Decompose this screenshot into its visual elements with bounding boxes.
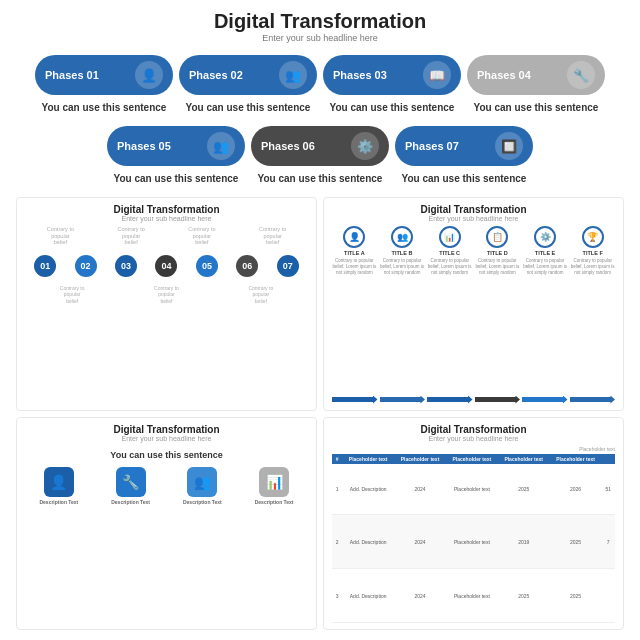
q3-card-label-4: Description Text (255, 499, 294, 505)
q1-title: Digital Transformation (25, 204, 308, 215)
q1-num-4: 04 (155, 255, 177, 277)
phase-icon-7: 🔲 (495, 132, 523, 160)
q2-item-f: 🏆 TITLE F Contrary to popular belief, Lo… (570, 226, 615, 276)
q2-item-e: ⚙️ TITLE E Contrary to popular belief, L… (523, 226, 568, 276)
table-row: 3 Add. Description 2024 Placeholder text… (332, 569, 615, 623)
q1-num-6: 06 (236, 255, 258, 277)
q4-td-1-4: 2019 (498, 515, 550, 569)
q2-title-a: TITLE A (344, 250, 365, 256)
phase-icon-2: 👥 (279, 61, 307, 89)
phase-label-2: Phases 02 (189, 69, 243, 81)
phase-card-6: Phases 06 ⚙️ You can use this sentence (251, 126, 389, 189)
q2-item-d: 📋 TITLE D Contrary to popular belief, Lo… (475, 226, 520, 276)
q4-th-4: Placeholder text (498, 454, 550, 464)
phase-body-7: You can use this sentence (395, 166, 533, 189)
q1-num-7: 07 (277, 255, 299, 277)
q2-icon-e: ⚙️ (534, 226, 556, 248)
arrow-5 (522, 396, 568, 404)
phase-header-1: Phases 01 👤 (35, 55, 173, 95)
phase-card-2: Phases 02 👥 You can use this sentence (179, 55, 317, 118)
q3-card-label-3: Description Text (183, 499, 222, 505)
q3-card-3: 👥 Description Text (169, 467, 237, 505)
q4-td-1-3: Placeholder text (446, 515, 498, 569)
phase-label-6: Phases 06 (261, 140, 315, 152)
q2-icon-b: 👥 (391, 226, 413, 248)
q2-item-a: 👤 TITLE A Contrary to popular belief, Lo… (332, 226, 377, 276)
q4-th-1: Placeholder text (342, 454, 394, 464)
phase-icon-5: 👥 (207, 132, 235, 160)
phase-label-4: Phases 04 (477, 69, 531, 81)
phases-row-2: Phases 05 👥 You can use this sentence Ph… (16, 126, 624, 189)
q1-content: Contrary to popular belief Contrary to p… (25, 226, 308, 404)
page-subtitle: Enter your sub headline here (16, 33, 624, 43)
phase-card-7: Phases 07 🔲 You can use this sentence (395, 126, 533, 189)
q2-icon-d: 📋 (486, 226, 508, 248)
q3-card-icon-1: 👤 (44, 467, 74, 497)
page-title: Digital Transformation (16, 10, 624, 33)
arrow-1 (332, 396, 378, 404)
q4-td-0-0: 1 (332, 464, 342, 515)
phase-card-4: Phases 04 🔧 You can use this sentence (467, 55, 605, 118)
quad-2: Digital Transformation Enter your sub he… (323, 197, 624, 411)
q1-label-col-3: Contrary to popular belief (188, 226, 216, 246)
q4-td-1-0: 2 (332, 515, 342, 569)
q4-th-2: Placeholder text (394, 454, 446, 464)
q4-th-0: # (332, 454, 342, 464)
q4-td-0-3: Placeholder text (446, 464, 498, 515)
q3-card-1: 👤 Description Text (25, 467, 93, 505)
q4-td-1-2: 2024 (394, 515, 446, 569)
phase-body-4: You can use this sentence (467, 95, 605, 118)
q2-title-e: TITLE E (535, 250, 555, 256)
phases-row-1: Phases 01 👤 You can use this sentence Ph… (16, 55, 624, 118)
q4-table-header-row: # Placeholder text Placeholder text Plac… (332, 454, 615, 464)
phase-card-5: Phases 05 👥 You can use this sentence (107, 126, 245, 189)
phase-card-1: Phases 01 👤 You can use this sentence (35, 55, 173, 118)
q4-td-1-5: 2025 (550, 515, 602, 569)
q2-title-f: TITLE F (583, 250, 603, 256)
quad-1: Digital Transformation Enter your sub he… (16, 197, 317, 411)
phase-icon-6: ⚙️ (351, 132, 379, 160)
q1-num-1: 01 (34, 255, 56, 277)
q3-card-label-1: Description Text (39, 499, 78, 505)
q2-icon-c: 📊 (439, 226, 461, 248)
arrow-2 (380, 396, 426, 404)
q4-th-3: Placeholder text (446, 454, 498, 464)
q2-title: Digital Transformation (332, 204, 615, 215)
q1-label-col-1: Contrary to popular belief (46, 226, 74, 246)
q2-subtitle: Enter your sub headline here (332, 215, 615, 222)
q3-cards: 👤 Description Text 🔧 Description Text 👥 … (25, 467, 308, 505)
phase-body-3: You can use this sentence (323, 95, 461, 118)
q4-td-2-1: Add. Description (342, 569, 394, 623)
q4-td-0-1: Add. Description (342, 464, 394, 515)
q1-bottom-labels: Contrary to popular belief Contrary to p… (25, 285, 308, 305)
q4-td-2-5: 2025 (550, 569, 602, 623)
q3-subtitle: Enter your sub headline here (25, 435, 308, 442)
q4-subtitle: Enter your sub headline here (332, 435, 615, 442)
q4-td-2-6 (602, 569, 616, 623)
q2-title-b: TITLE B (392, 250, 413, 256)
header-section: Digital Transformation Enter your sub he… (16, 10, 624, 47)
phase-header-5: Phases 05 👥 (107, 126, 245, 166)
q1-subtitle: Enter your sub headline here (25, 215, 308, 222)
phase-header-4: Phases 04 🔧 (467, 55, 605, 95)
phase-icon-3: 📖 (423, 61, 451, 89)
q1-bot-col-3: Contrary to popular belief (247, 285, 275, 305)
table-row: 1 Add. Description 2024 Placeholder text… (332, 464, 615, 515)
q1-num-5: 05 (196, 255, 218, 277)
q3-card-icon-2: 🔧 (116, 467, 146, 497)
q4-td-1-1: Add. Description (342, 515, 394, 569)
q4-td-1-6: 7 (602, 515, 616, 569)
q3-main-text: You can use this sentence (25, 450, 308, 460)
q4-td-2-0: 3 (332, 569, 342, 623)
phase-body-2: You can use this sentence (179, 95, 317, 118)
phase-body-6: You can use this sentence (251, 166, 389, 189)
phase-label-7: Phases 07 (405, 140, 459, 152)
q4-td-2-3: Placeholder text (446, 569, 498, 623)
q1-num-2: 02 (75, 255, 97, 277)
q1-bot-col-1: Contrary to popular belief (58, 285, 86, 305)
quad-3: Digital Transformation Enter your sub he… (16, 417, 317, 631)
q4-table: # Placeholder text Placeholder text Plac… (332, 454, 615, 624)
q1-label-col-4: Contrary to popular belief (259, 226, 287, 246)
q3-title: Digital Transformation (25, 424, 308, 435)
q4-title: Digital Transformation (332, 424, 615, 435)
